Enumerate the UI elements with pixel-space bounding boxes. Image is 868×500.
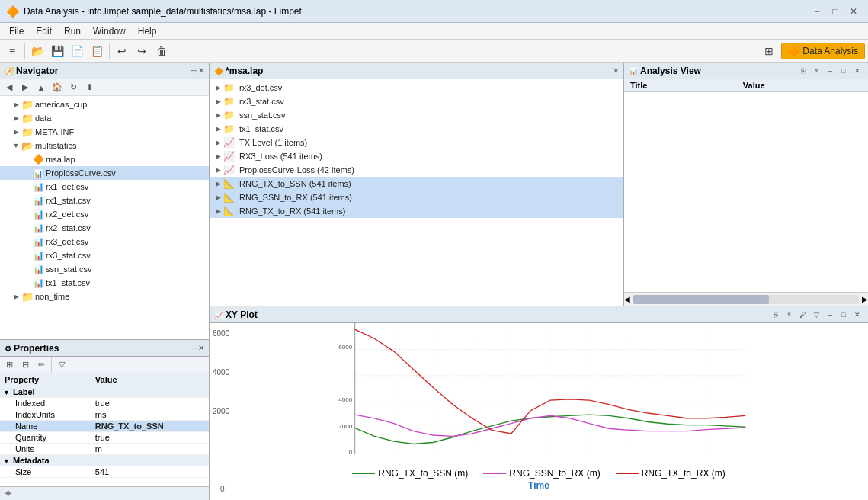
analysis-scrollbar[interactable]: ◀ ▶ (624, 292, 868, 306)
analysis-view-btn2[interactable]: ⌖ (810, 65, 822, 77)
toolbar-btn-1[interactable]: ≡ (3, 42, 21, 60)
section-toggle-meta[interactable]: ▼ (3, 457, 10, 465)
prop-close[interactable]: ✕ (198, 344, 204, 352)
section-toggle[interactable]: ▼ (3, 389, 10, 396)
tree-multistatics[interactable]: ▼ 📂 multistatics (0, 139, 209, 152)
toolbar-btn-layout[interactable]: ⊞ (760, 42, 778, 60)
title-bar-left: 🔶 Data Analysis - info.limpet.sample_dat… (6, 5, 302, 18)
tree-rx1-det[interactable]: 📊 rx1_det.csv (0, 180, 209, 194)
nav-up[interactable]: ▲ (34, 81, 49, 95)
file-tx1-stat[interactable]: ▶ 📁 tx1_stat.csv (210, 122, 623, 136)
xy-plot-minimize[interactable]: ─ (824, 309, 836, 321)
navigator-minimize[interactable]: ─ (191, 66, 197, 75)
prop-name-val: RNG_TX_to_SSN (91, 421, 209, 432)
nav-export[interactable]: ⬆ (82, 81, 97, 95)
tree-non-time[interactable]: ▶ 📁 non_time (0, 290, 209, 303)
file-ssn-stat[interactable]: ▶ 📁 ssn_stat.csv (210, 108, 623, 122)
tree-proploss-csv[interactable]: 📊 ProplossCurve.csv (0, 166, 209, 180)
tree-rx3-stat[interactable]: 📊 rx3_stat.csv (0, 248, 209, 262)
tree-americas-cup[interactable]: ▶ 📁 americas_cup (0, 98, 209, 111)
y-label-4000: 4000 (213, 368, 229, 377)
prop-btn-2[interactable]: ⊟ (18, 358, 33, 372)
file-rx3-loss[interactable]: ▶ 📈 RX3_Loss (541 items) (210, 149, 623, 163)
toolbar-btn-3[interactable]: 💾 (48, 42, 66, 60)
menu-file[interactable]: File (3, 24, 30, 38)
toolbar-btn-4[interactable]: 📄 (68, 42, 86, 60)
xy-plot-maximize[interactable]: □ (838, 309, 850, 321)
prop-btn-3[interactable]: ✏ (34, 358, 49, 372)
tree-rx2-stat[interactable]: 📊 rx2_stat.csv (0, 221, 209, 235)
scroll-right[interactable]: ▶ (862, 295, 868, 303)
properties-toolbar: ⊞ ⊟ ✏ ▽ (0, 357, 209, 373)
file-toggle: ▶ (213, 98, 223, 105)
menu-bar: File Edit Run Window Help (0, 23, 868, 40)
svg-rect-0 (355, 323, 746, 454)
prop-btn-filter[interactable]: ▽ (54, 358, 69, 372)
tree-data[interactable]: ▶ 📁 data (0, 111, 209, 125)
file-toggle: ▶ (213, 111, 223, 119)
file-proploss-loss[interactable]: ▶ 📈 ProplossCurve-Loss (42 items) (210, 163, 623, 177)
maximize-button[interactable]: □ (827, 3, 844, 20)
file-browser-close[interactable]: ✕ (613, 66, 619, 75)
csv-icon: 📊 (32, 208, 44, 220)
folder-csv-icon: 📁 (223, 123, 237, 134)
add-property-button[interactable]: ✦ (3, 486, 13, 500)
tree-msa-lap[interactable]: 🔶 msa.lap (0, 152, 209, 166)
toolbar-btn-redo[interactable]: ↪ (133, 42, 151, 60)
prop-name-key: Name (0, 421, 91, 432)
menu-run[interactable]: Run (58, 24, 87, 38)
xy-plot-btn3[interactable]: 🖊 (796, 309, 809, 321)
toolbar-btn-2[interactable]: 📂 (28, 42, 46, 60)
nav-forward[interactable]: ▶ (18, 81, 33, 95)
nav-back[interactable]: ◀ (2, 81, 17, 95)
app-icon: 🔶 (6, 5, 19, 18)
minimize-button[interactable]: − (809, 3, 825, 20)
x-axis-label: Time (528, 480, 549, 491)
menu-edit[interactable]: Edit (30, 24, 58, 38)
analysis-view-maximize[interactable]: □ (838, 65, 850, 77)
toolbar-btn-undo[interactable]: ↩ (113, 42, 131, 60)
file-tx-level[interactable]: ▶ 📈 TX Level (1 items) (210, 136, 623, 149)
analysis-view-minimize[interactable]: ─ (824, 65, 836, 77)
nav-refresh[interactable]: ↻ (66, 81, 81, 95)
data-analysis-button[interactable]: 🔶 Data Analysis (781, 43, 865, 59)
toolbar-btn-6[interactable]: 🗑 (152, 42, 171, 60)
prop-sep (51, 357, 52, 373)
tree-rx3-det[interactable]: 📊 rx3_det.csv (0, 235, 209, 248)
tree-rx2-det[interactable]: 📊 rx2_det.csv (0, 207, 209, 221)
analysis-view-close[interactable]: ✕ (851, 65, 863, 77)
properties-panel: ⚙ Properties ─ ✕ ⊞ ⊟ ✏ ▽ Pr (0, 340, 209, 500)
prop-minimize[interactable]: ─ (191, 344, 197, 352)
file-rng-tx-ssn[interactable]: ▶ 📐 RNG_TX_to_SSN (541 items) (210, 177, 623, 191)
nav-home[interactable]: 🏠 (50, 81, 65, 95)
prop-row-indexed: Indexed true (0, 398, 209, 409)
prop-indexed-key: Indexed (0, 398, 91, 409)
file-rng-tx-rx[interactable]: ▶ 📐 RNG_TX_to_RX (541 items) (210, 204, 623, 218)
xy-plot-close[interactable]: ✕ (851, 309, 863, 321)
xy-plot-btn1[interactable]: ⎘ (769, 309, 781, 321)
legend-line-magenta (483, 473, 506, 474)
svg-text:4000: 4000 (338, 396, 352, 403)
close-button[interactable]: ✕ (845, 3, 862, 20)
analysis-view-btn1[interactable]: ⎘ (796, 65, 809, 77)
scroll-left[interactable]: ◀ (624, 295, 630, 303)
tree-label: rx1_stat.csv (46, 196, 91, 205)
xy-plot-btn2[interactable]: ⌖ (783, 309, 795, 321)
prop-btn-1[interactable]: ⊞ (2, 358, 17, 372)
xy-plot-btn4[interactable]: ▽ (810, 309, 822, 321)
navigator-close[interactable]: ✕ (198, 66, 204, 75)
navigator-panel: 🧭 Navigator ─ ✕ ◀ ▶ ▲ 🏠 ↻ ⬆ ▶ (0, 62, 209, 340)
tree-rx1-stat[interactable]: 📊 rx1_stat.csv (0, 194, 209, 207)
tree-label: data (35, 114, 51, 123)
toolbar-sep-1 (24, 43, 25, 59)
file-rng-ssn-rx[interactable]: ▶ 📐 RNG_SSN_to_RX (541 items) (210, 191, 623, 204)
menu-window[interactable]: Window (87, 24, 132, 38)
scroll-track (633, 295, 859, 304)
tree-ssn-stat[interactable]: 📊 ssn_stat.csv (0, 262, 209, 276)
file-rx3-det[interactable]: ▶ 📁 rx3_det.csv (210, 81, 623, 95)
toolbar-btn-5[interactable]: 📋 (88, 42, 106, 60)
file-rx3-stat[interactable]: ▶ 📁 rx3_stat.csv (210, 95, 623, 108)
tree-tx1-stat[interactable]: 📊 tx1_stat.csv (0, 276, 209, 290)
menu-help[interactable]: Help (132, 24, 163, 38)
tree-meta-inf[interactable]: ▶ 📁 META-INF (0, 125, 209, 139)
